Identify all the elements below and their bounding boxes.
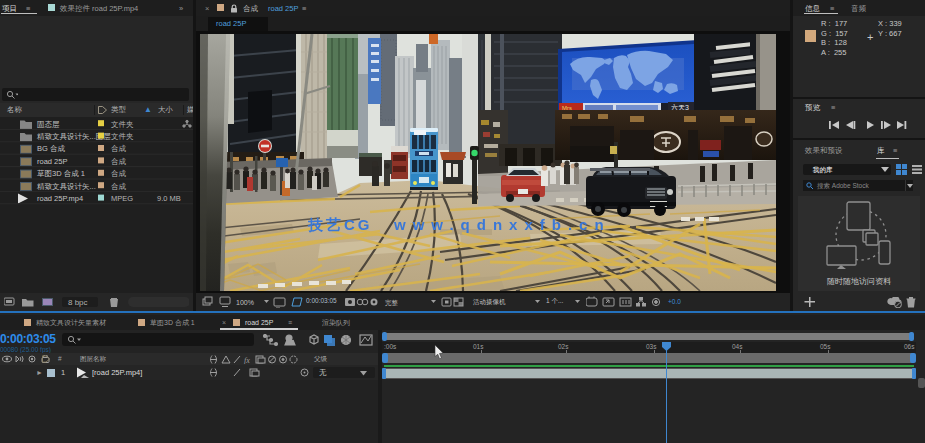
svg-text:road 25P.mp4: road 25P.mp4	[37, 194, 83, 203]
svg-text:合成: 合成	[111, 169, 127, 178]
svg-text:合成: 合成	[111, 182, 127, 191]
svg-text:100%: 100%	[236, 299, 254, 306]
svg-text:固态层: 固态层	[37, 120, 60, 129]
svg-text:www.qdnxxfb.cn: www.qdnxxfb.cn	[393, 216, 611, 233]
svg-text:road 25P: road 25P	[37, 157, 67, 166]
svg-text:技艺CG: 技艺CG	[307, 216, 373, 233]
svg-text:MPEG: MPEG	[111, 194, 133, 203]
svg-text:合成: 合成	[111, 144, 127, 153]
svg-text:fx: fx	[244, 356, 250, 364]
svg-text:文件夹: 文件夹	[111, 132, 134, 141]
svg-text:完整: 完整	[385, 299, 399, 307]
svg-text:合成: 合成	[111, 157, 127, 166]
svg-text:文件夹: 文件夹	[111, 120, 134, 129]
svg-text:六天3: 六天3	[671, 104, 689, 111]
svg-text:9.0 MB: 9.0 MB	[157, 194, 181, 203]
svg-text:精致文具设计矢...: 精致文具设计矢...	[36, 182, 96, 191]
svg-text:草图3D 合成 1: 草图3D 合成 1	[37, 169, 85, 178]
svg-text:BG 合成: BG 合成	[37, 144, 65, 153]
svg-text:8 bpc: 8 bpc	[68, 298, 88, 307]
